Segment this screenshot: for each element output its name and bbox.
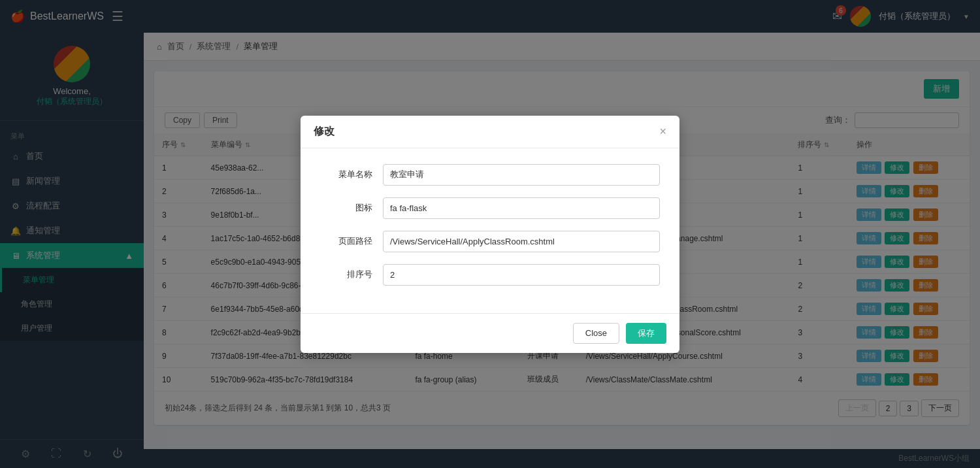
menu-name-input[interactable] [383,164,660,186]
form-group-menu-name: 菜单名称 [320,164,660,186]
save-button[interactable]: 保存 [626,323,666,344]
form-group-path: 页面路径 [320,231,660,252]
modal-close-x-button[interactable]: × [659,125,666,139]
icon-label: 图标 [320,202,372,214]
modal-title: 修改 [314,125,335,139]
form-group-icon: 图标 [320,197,660,219]
modal-header: 修改 × [301,116,679,148]
path-input[interactable] [383,231,660,252]
edit-modal: 修改 × 菜单名称 图标 页面路径 排序号 Close 保存 [301,116,679,353]
order-label: 排序号 [320,269,372,280]
menu-name-label: 菜单名称 [320,169,372,180]
form-group-order: 排序号 [320,264,660,286]
order-input[interactable] [383,264,660,286]
modal-body: 菜单名称 图标 页面路径 排序号 [301,148,679,313]
close-button[interactable]: Close [573,323,619,344]
modal-footer: Close 保存 [301,313,679,353]
icon-input[interactable] [383,197,660,219]
modal-overlay: 修改 × 菜单名称 图标 页面路径 排序号 Close 保存 [0,0,980,468]
path-label: 页面路径 [320,235,372,247]
